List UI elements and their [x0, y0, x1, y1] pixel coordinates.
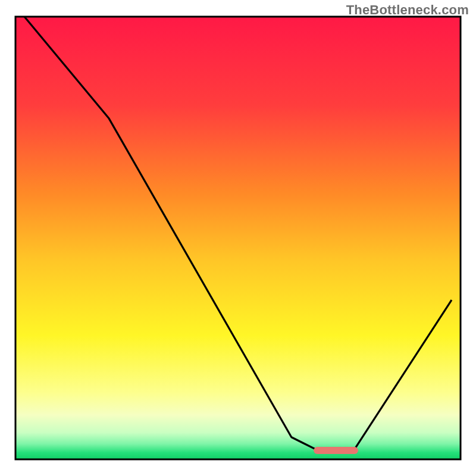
- optimum-marker: [314, 447, 358, 454]
- chart-container: TheBottleneck.com: [0, 0, 476, 476]
- bottleneck-chart: [0, 0, 476, 476]
- chart-gradient-background: [15, 17, 461, 459]
- watermark-label: TheBottleneck.com: [346, 2, 469, 18]
